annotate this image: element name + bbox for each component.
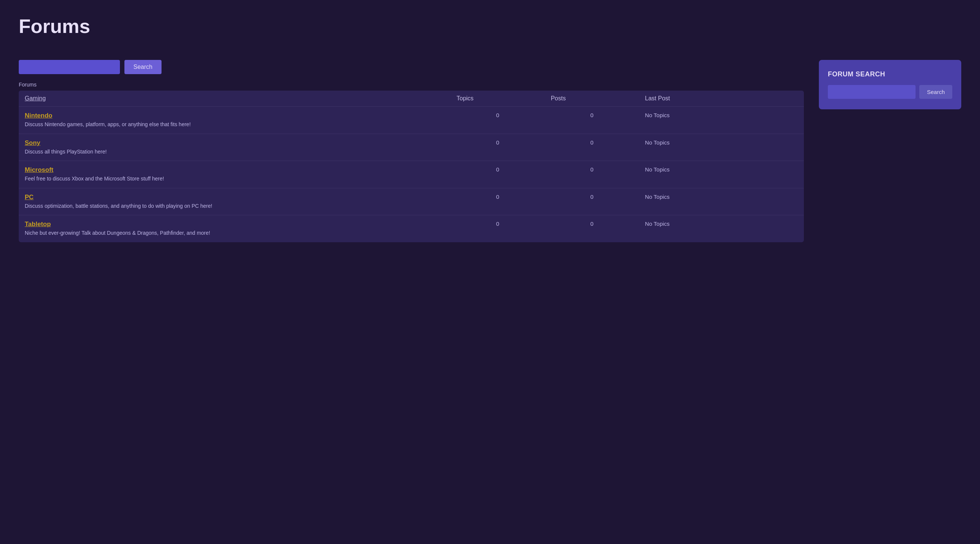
right-sidebar: FORUM SEARCH Search	[819, 60, 961, 109]
forum-last-post: No Topics	[639, 215, 804, 242]
forum-search-title: FORUM SEARCH	[828, 70, 952, 78]
forum-link[interactable]: Sony	[25, 139, 444, 147]
forum-last-post: No Topics	[639, 161, 804, 188]
table-row: MicrosoftFeel free to discuss Xbox and t…	[19, 161, 804, 188]
breadcrumb: Forums	[19, 82, 804, 87]
forum-link[interactable]: Tabletop	[25, 220, 444, 228]
forum-name-cell: NintendoDiscuss Nintendo games, platform…	[19, 107, 450, 134]
forum-description: Feel free to discuss Xbox and the Micros…	[25, 176, 164, 182]
page-title: Forums	[19, 15, 961, 37]
forum-search-input[interactable]	[828, 85, 916, 99]
forum-description: Discuss Nintendo games, platform, apps, …	[25, 121, 191, 127]
forum-posts: 0	[545, 188, 639, 215]
forum-topics: 0	[450, 107, 544, 134]
forum-last-post: No Topics	[639, 107, 804, 134]
forum-link[interactable]: Nintendo	[25, 112, 444, 119]
category-header: Gaming	[19, 90, 450, 107]
forum-name-cell: PCDiscuss optimization, battle stations,…	[19, 188, 450, 215]
forum-link[interactable]: Microsoft	[25, 166, 444, 174]
forum-name-cell: SonyDiscuss all things PlayStation here!	[19, 134, 450, 161]
forum-posts: 0	[545, 107, 639, 134]
forum-topics: 0	[450, 134, 544, 161]
forum-search-widget: FORUM SEARCH Search	[819, 60, 961, 109]
forum-posts: 0	[545, 161, 639, 188]
forum-link[interactable]: PC	[25, 193, 444, 201]
col-lastpost-header: Last Post	[639, 90, 804, 107]
forums-table: Gaming Topics Posts Last Post NintendoDi…	[19, 90, 804, 242]
table-row: PCDiscuss optimization, battle stations,…	[19, 188, 804, 215]
forum-topics: 0	[450, 188, 544, 215]
col-topics-header: Topics	[450, 90, 544, 107]
forum-topics: 0	[450, 161, 544, 188]
main-search-button[interactable]: Search	[124, 60, 162, 74]
forum-name-cell: TabletopNiche but ever-growing! Talk abo…	[19, 215, 450, 242]
table-row: SonyDiscuss all things PlayStation here!…	[19, 134, 804, 161]
table-row: NintendoDiscuss Nintendo games, platform…	[19, 107, 804, 134]
col-posts-header: Posts	[545, 90, 639, 107]
table-row: TabletopNiche but ever-growing! Talk abo…	[19, 215, 804, 242]
forum-description: Discuss optimization, battle stations, a…	[25, 203, 212, 209]
forum-description: Discuss all things PlayStation here!	[25, 149, 107, 155]
forum-search-button[interactable]: Search	[919, 85, 952, 99]
forum-search-inner: Search	[828, 85, 952, 99]
main-search-input[interactable]	[19, 60, 120, 74]
left-section: Search Forums Gaming Topics Posts Last P…	[19, 60, 804, 242]
forum-posts: 0	[545, 134, 639, 161]
forum-name-cell: MicrosoftFeel free to discuss Xbox and t…	[19, 161, 450, 188]
forum-last-post: No Topics	[639, 134, 804, 161]
forum-topics: 0	[450, 215, 544, 242]
forum-last-post: No Topics	[639, 188, 804, 215]
main-layout: Search Forums Gaming Topics Posts Last P…	[19, 60, 961, 242]
forum-description: Niche but ever-growing! Talk about Dunge…	[25, 230, 210, 236]
main-search-bar: Search	[19, 60, 804, 74]
forum-posts: 0	[545, 215, 639, 242]
